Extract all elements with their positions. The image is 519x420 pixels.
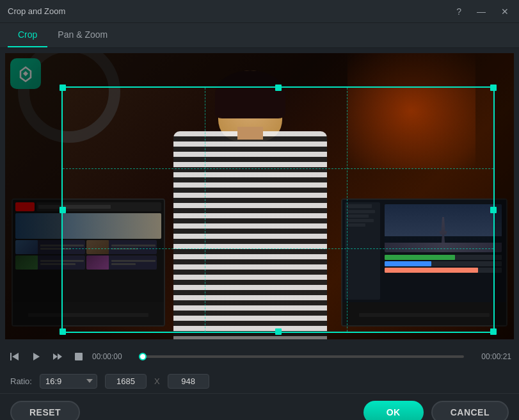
svg-marker-4 (58, 353, 62, 360)
svg-marker-2 (33, 353, 40, 360)
window-title: Crop and Zoom (8, 6, 65, 16)
ratio-label: Ratio: (10, 376, 32, 386)
title-bar-left: Crop and Zoom (8, 6, 65, 16)
crop-mask-right (495, 86, 514, 333)
timeline-thumb[interactable] (139, 353, 147, 360)
stop-button[interactable] (72, 351, 86, 362)
current-time: 00:00:00 (92, 352, 131, 361)
tab-pan-zoom[interactable]: Pan & Zoom (47, 23, 118, 47)
ok-button[interactable]: OK (363, 401, 424, 421)
timeline-scrubber[interactable] (140, 355, 464, 358)
tabs: Crop Pan & Zoom (0, 23, 519, 48)
crop-mask-left (5, 86, 61, 333)
svg-marker-1 (12, 353, 19, 360)
video-area (5, 53, 514, 339)
close-button[interactable]: ✕ (499, 5, 511, 18)
footer: RESET OK CANCEL (0, 393, 519, 420)
width-input[interactable] (105, 374, 147, 389)
reset-button[interactable]: RESET (10, 401, 80, 421)
total-time: 00:00:21 (473, 352, 511, 361)
person-figure (154, 70, 346, 339)
ratio-select-wrapper: 16:9 4:3 1:1 9:16 Custom (40, 374, 97, 389)
crop-mask-top (5, 53, 514, 86)
crop-mask-bottom (5, 333, 514, 339)
ratio-bar: Ratio: 16:9 4:3 1:1 9:16 Custom X (0, 369, 519, 393)
minimize-button[interactable]: — (474, 5, 488, 18)
monitor-right-screen (342, 200, 506, 302)
height-input[interactable] (168, 374, 209, 389)
title-bar: Crop and Zoom ? — ✕ (0, 0, 519, 23)
fast-forward-button[interactable] (50, 350, 65, 363)
monitor-right (341, 198, 507, 327)
help-button[interactable]: ? (454, 5, 464, 18)
svg-marker-3 (53, 353, 58, 360)
playback-bar: 00:00:00 00:00:21 (0, 344, 519, 369)
dimension-separator: X (154, 376, 160, 386)
footer-actions: OK CANCEL (363, 401, 509, 421)
ratio-select[interactable]: 16:9 4:3 1:1 9:16 Custom (40, 374, 97, 389)
svg-rect-5 (75, 353, 83, 360)
skip-start-button[interactable] (8, 351, 22, 362)
title-bar-controls: ? — ✕ (454, 5, 511, 18)
cancel-button[interactable]: CANCEL (431, 401, 509, 421)
tab-crop[interactable]: Crop (8, 23, 47, 47)
svg-rect-0 (10, 353, 12, 360)
play-button[interactable] (28, 350, 44, 363)
